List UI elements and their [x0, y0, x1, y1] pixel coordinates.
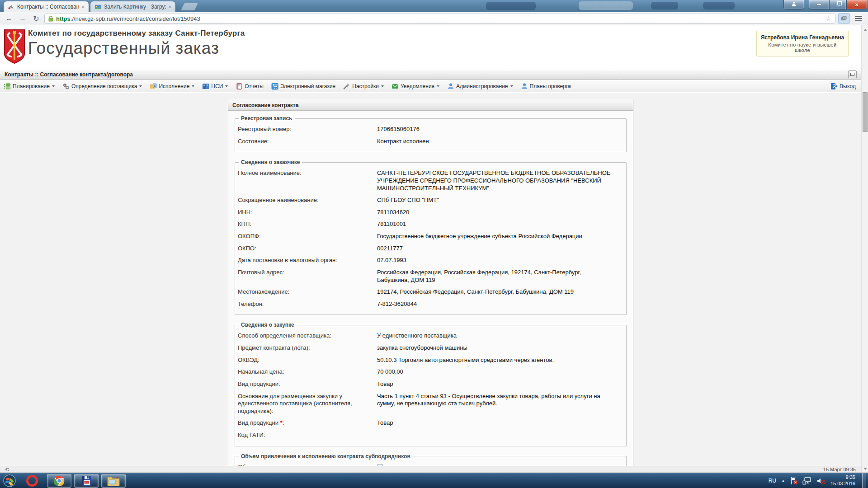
browser-tab-image-upload[interactable]: Залить Картинку - Загруз ×: [90, 1, 175, 12]
language-indicator[interactable]: RU: [768, 478, 777, 484]
menu-item-supplier-determination[interactable]: Определение поставщика: [62, 83, 142, 90]
clock-time: 9:35: [830, 474, 855, 481]
field-value: 781101001: [377, 221, 613, 228]
menu-item-reports[interactable]: Отчеты: [236, 83, 263, 90]
page-scrollbar[interactable]: [861, 25, 868, 473]
taskbar-viewer-icon[interactable]: [101, 474, 126, 488]
image-stack-icon: [841, 15, 847, 22]
scroll-up-arrow[interactable]: [862, 27, 868, 33]
section-purchase-info: Сведения о закупке Способ определения по…: [235, 322, 627, 446]
section-legend: Реестровая запись: [239, 115, 295, 122]
field-label: Реестровый номер:: [238, 126, 377, 133]
network-icon[interactable]: [802, 476, 812, 485]
field-label: Сокращенное наименование:: [238, 197, 377, 204]
reload-button[interactable]: ↻: [31, 13, 42, 24]
collapse-panel-button[interactable]: [848, 70, 857, 78]
shopping-cart-icon: [271, 83, 278, 90]
field-value: СПб ГБОУ СПО "НМТ": [377, 197, 613, 204]
browser-toolbar: ← → ↻ https://new.gz-spb.ru/#cm/contract…: [0, 12, 868, 25]
exit-label: Выход: [840, 83, 856, 89]
field-value: Товар: [377, 419, 613, 427]
menu-item-execution[interactable]: Исполнение: [150, 83, 194, 90]
dropdown-arrow-icon: [437, 85, 439, 87]
screen: Контракты :: Согласовани × Залить Картин…: [0, 0, 868, 488]
dropdown-arrow-icon: [381, 85, 384, 87]
field-label: Вид продукции:: [238, 380, 377, 388]
tab-close-icon[interactable]: ×: [169, 5, 171, 9]
menu-item-electronic-shop[interactable]: Электронный магазин: [271, 83, 335, 90]
dropdown-arrow-icon: [192, 85, 194, 87]
menu-item-label: Администрирование: [456, 83, 508, 89]
menu-item-settings[interactable]: Настройки: [343, 83, 384, 90]
user-icon: [447, 83, 454, 90]
collapse-icon: [850, 73, 854, 76]
tray-expand-arrow[interactable]: ▲: [781, 479, 785, 483]
menu-item-exit[interactable]: Выход: [830, 83, 858, 90]
field-row: Вид продукции: Товар: [238, 378, 622, 390]
field-value: закупка снегоуборочной машины: [377, 344, 613, 352]
show-desktop-button[interactable]: [862, 473, 866, 488]
window-restore-button[interactable]: [829, 0, 846, 9]
taskbar-opera-icon[interactable]: [20, 474, 44, 488]
forward-button[interactable]: →: [17, 13, 28, 24]
field-row: ИНН: 7811034620: [238, 206, 622, 219]
field-row: Способ определения поставщика: У единств…: [238, 330, 622, 342]
address-bar[interactable]: https://new.gz-spb.ru/#cm/contract/consi…: [44, 14, 835, 23]
report-icon: [236, 83, 243, 90]
field-row: ОКОПФ: Государственное бюджетное учрежде…: [238, 230, 622, 243]
menu-item-planning[interactable]: Планирование: [4, 83, 55, 90]
menu-item-nsi[interactable]: НСИ: [202, 83, 228, 90]
field-label: Местонахождение:: [238, 288, 377, 296]
field-value: 00211777: [377, 245, 613, 253]
book-icon: [202, 83, 209, 90]
site-name: Государственный заказ: [28, 39, 245, 58]
menu-item-notifications[interactable]: Уведомления: [392, 83, 439, 90]
tab-close-icon[interactable]: ×: [82, 5, 85, 9]
browser-tab-contracts[interactable]: Контракты :: Согласовани ×: [4, 1, 89, 12]
action-center-flag-icon[interactable]: [789, 476, 798, 485]
menu-item-label: Отчеты: [245, 83, 263, 89]
menu-item-inspection-plans[interactable]: Планы проверок: [521, 83, 571, 90]
section-subcontractors: Объем привлечения к исполнению контракта…: [235, 453, 627, 466]
field-label: Основание для размещения закупки у единс…: [238, 393, 377, 415]
gears-icon: [62, 83, 70, 90]
exit-icon: [830, 83, 838, 90]
new-tab-button[interactable]: [181, 3, 198, 10]
status-left-text: © ...: [5, 467, 14, 472]
content-area: Согласование контракта Реестровая запись…: [0, 93, 861, 466]
back-button[interactable]: ←: [4, 13, 14, 24]
field-label: Почтовый адрес:: [238, 269, 377, 284]
scroll-down-arrow[interactable]: [862, 465, 868, 472]
browser-profile-button[interactable]: [783, 0, 804, 9]
section-legend: Объем привлечения к исполнению контракта…: [239, 453, 413, 460]
field-row: ОКВЭД: 50.10.3 Торговля автотранспортным…: [238, 354, 622, 366]
field-row: Код ГАТИ:: [238, 429, 622, 441]
user-icon: [521, 83, 528, 90]
secure-lock-icon: [48, 15, 53, 22]
start-button[interactable]: [2, 473, 17, 488]
field-value: 7-812-3620844: [377, 300, 613, 308]
window-close-button[interactable]: ×: [846, 0, 867, 9]
chrome-menu-button[interactable]: [853, 13, 864, 24]
field-label: ОКОПФ:: [238, 233, 377, 240]
taskbar-clock[interactable]: 9:35 15.03.2016: [830, 474, 857, 487]
field-row: Почтовый адрес: Российская Федерация, Ро…: [238, 267, 622, 286]
field-label: Дата постановки в налоговый орган:: [238, 257, 377, 264]
scrollbar-thumb[interactable]: [863, 92, 868, 132]
site-header: Комитет по государственному заказу Санкт…: [0, 25, 861, 69]
url-text: ://new.gz-spb.ru/#cm/contract/consider/l…: [71, 15, 200, 22]
field-value: Товар: [377, 380, 613, 388]
taskbar-editor-icon[interactable]: [74, 474, 99, 488]
taskbar-chrome-icon[interactable]: [47, 474, 71, 488]
bookmark-star-icon[interactable]: ☆: [826, 15, 831, 22]
window-minimize-button[interactable]: [809, 0, 829, 9]
menu-item-label: НСИ: [211, 83, 223, 89]
volume-muted-icon[interactable]: [816, 476, 826, 485]
user-name: Ястребова Ирина Геннадьевна: [760, 34, 844, 41]
field-value: Часть 1 пункт 4 статьи 93 - Осуществлени…: [377, 393, 613, 415]
field-value: 192174, Российская Федерация, Санкт-Пете…: [377, 288, 613, 296]
image-favicon: [94, 4, 101, 10]
menu-item-administration[interactable]: Администрирование: [447, 83, 513, 90]
field-label: Предмет контракта (лота):: [238, 344, 377, 352]
extension-button[interactable]: [838, 13, 850, 24]
